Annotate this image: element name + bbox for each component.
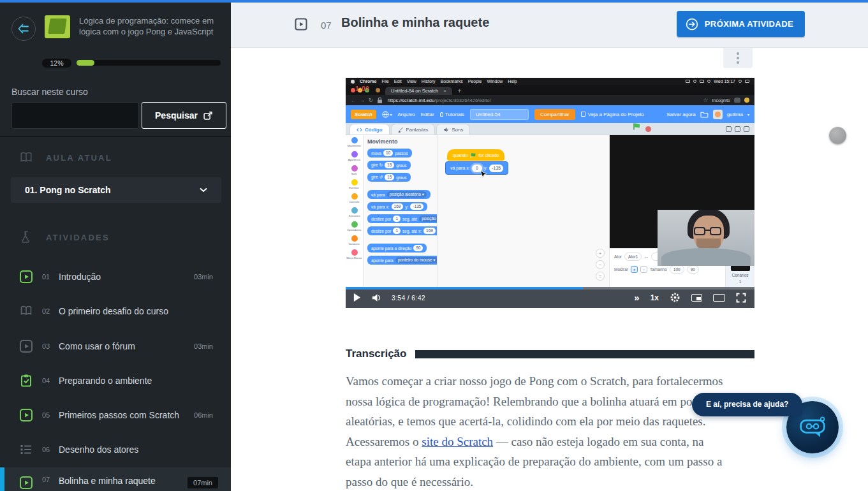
instructor-webcam [658, 210, 754, 266]
close-tab-icon: × [443, 88, 446, 94]
activity-item-03[interactable]: 03 Como usar o fórum 03min [0, 329, 231, 363]
x-arrow-icon: ↔ [644, 254, 649, 259]
course-logo-icon [45, 15, 70, 38]
activity-item-02[interactable]: 02 O primeiro desafio do curso [0, 294, 231, 328]
share-button: Compartilhar [534, 109, 575, 120]
caret-down-icon: ▾ [390, 112, 392, 117]
help-ch at-bubble[interactable]: E aí, precisa de ajuda? [692, 393, 802, 416]
activity-duration: 06min [194, 411, 213, 419]
hide-eye-icon: ○ [640, 266, 647, 273]
video-activity-icon [295, 18, 307, 33]
display-icon [686, 80, 690, 83]
category-meus-blocos: Meus Blocos [346, 249, 363, 260]
extension-dot [376, 88, 380, 92]
search-label: Buscar neste curso [11, 87, 88, 97]
block-va-para: vá paraposição aleatória ▾ [367, 190, 430, 199]
progress-fill [77, 60, 94, 66]
lesson-dropdown-value: 01. Pong no Scratch [25, 185, 111, 195]
lesson-dropdown[interactable]: 01. Pong no Scratch [11, 177, 221, 203]
activity-label: Preparando o ambiente [59, 376, 152, 386]
menu-item: View [407, 79, 416, 84]
progress-bar[interactable] [346, 287, 754, 289]
tab-sons: Sons [436, 124, 470, 135]
category-movimento: Movimento [346, 137, 363, 147]
menu-item: Edit [394, 79, 402, 84]
tutorials-menu-item: Tutoriais [440, 112, 464, 117]
activity-item-05[interactable]: 05 Primeiros passos com Scratch 06min [0, 398, 231, 432]
options-menu-button[interactable] [723, 48, 753, 68]
menu-item: History [422, 79, 436, 84]
theater-mode-button[interactable] [713, 294, 725, 302]
activity-number: 07 [42, 476, 55, 483]
macos-menubar: Chrome File Edit View History Bookmarks … [346, 78, 754, 85]
lesson-header: 07 Bolinha e minha raquete PRÓXIMA ATIVI… [231, 3, 868, 48]
control-center-icon [745, 80, 749, 83]
instructor-shirt [661, 248, 751, 266]
course-progress-bar [77, 60, 221, 66]
menu-item: File [381, 79, 388, 84]
scratch-menu-item: Arquivo [398, 112, 415, 117]
collapse-sidebar-button[interactable] [11, 17, 36, 41]
video-play-icon [19, 270, 33, 284]
current-lesson-section: AULA ATUAL [19, 150, 112, 165]
page-icon [581, 112, 585, 117]
category-som: Som [346, 165, 363, 175]
new-tab-icon: + [458, 87, 462, 94]
activity-item-07-current[interactable]: 07 Bolinha e minha raquete 07min [0, 467, 231, 491]
block-aponte-para: aponte paraponteiro do mouse ▾ [367, 256, 438, 265]
direction-field: 90 [687, 265, 699, 274]
video-play-icon [19, 339, 33, 353]
settings-button[interactable] [670, 292, 680, 303]
menu-item: Window [487, 79, 503, 84]
video-player[interactable]: Chrome File Edit View History Bookmarks … [346, 78, 754, 308]
activity-item-01[interactable]: 01 Introdução 03min [0, 260, 231, 294]
chatbot-icon [798, 414, 827, 440]
menu-item: Bookmarks [441, 79, 463, 84]
skip-forward-button[interactable]: » [634, 292, 639, 303]
bookmark-star-icon: ☆ [703, 97, 709, 103]
time-display: 3:54 / 6:42 [392, 294, 425, 302]
activity-number: 01 [42, 273, 55, 281]
activity-duration: 07min [188, 477, 218, 488]
course-search-input[interactable] [11, 102, 139, 129]
course-title: Lógica de programação: comece em lógica … [79, 15, 218, 37]
palette-header: Movimento [367, 138, 437, 145]
activity-duration: 03min [194, 342, 213, 350]
activity-label: Primeiros passos com Scratch [59, 410, 179, 420]
fullscreen-button[interactable] [736, 293, 746, 303]
volume-button[interactable] [372, 293, 383, 302]
show-eye-icon: ● [631, 266, 638, 273]
category-operadores: Operadores [346, 221, 363, 231]
menubar-clock: Wed 15:17 [714, 79, 735, 84]
category-controle: Controle [346, 193, 363, 203]
project-page-link: Veja a Página do Projeto [581, 112, 644, 117]
playback-speed-button[interactable]: 1x [651, 293, 659, 302]
backdrops-label: Cenários [732, 273, 748, 277]
pip-button[interactable] [691, 294, 702, 302]
activity-number: 05 [42, 411, 55, 419]
glasses-icon [694, 227, 705, 235]
scratch-site-link[interactable]: site do Scratch [422, 435, 493, 448]
battery-icon [700, 80, 704, 83]
activity-item-04[interactable]: 04 Preparando o ambiente [0, 363, 231, 398]
tab-fantasias: Fantasias [391, 124, 436, 135]
scratch-menubar: Scratch ▾ Arquivo Editar Tutoriais Untit… [346, 105, 754, 123]
spotlight-icon [739, 80, 742, 83]
stop-icon [645, 126, 651, 132]
scratch-logo: Scratch [351, 110, 376, 119]
activity-item-06[interactable]: 06 Desenho dos atores [0, 432, 231, 467]
search-button-label: Pesquisar [155, 110, 198, 121]
divider-bar [415, 350, 754, 358]
task-check-icon [19, 374, 33, 388]
profile-avatar-dot [744, 98, 749, 103]
next-activity-button[interactable]: PRÓXIMA ATIVIDADE [677, 11, 805, 37]
play-button[interactable] [353, 293, 361, 302]
transcript-paragraph: Vamos começar a criar nosso jogo de Pong… [346, 371, 725, 491]
script-canvas: quando for clicado vá para x: 0 y: -135 … [438, 135, 609, 287]
video-play-icon [19, 476, 33, 490]
sound-icon [443, 127, 449, 133]
activity-label: Desenho dos atores [59, 444, 138, 455]
zoom-in-icon: + [596, 249, 605, 258]
caret-down-icon: ▾ [747, 112, 749, 117]
search-button[interactable]: Pesquisar [142, 102, 226, 129]
